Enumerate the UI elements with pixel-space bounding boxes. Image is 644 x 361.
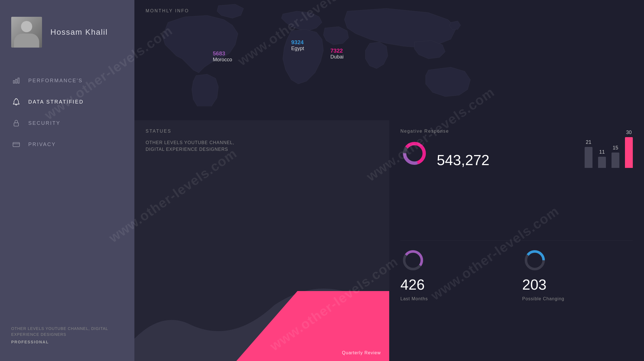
bar-rect-3 <box>612 153 619 168</box>
sidebar-item-security[interactable]: SECURITY <box>11 118 123 128</box>
svg-rect-1 <box>16 79 17 83</box>
main-content: MONTHLY INFO <box>134 0 644 361</box>
footer-role: PROFESSIONAL <box>11 340 123 344</box>
egypt-value: 9324 <box>291 39 304 46</box>
world-map <box>134 0 644 106</box>
bar-label-2: 11 <box>599 149 605 155</box>
negative-response-top: Negative Response 543,272 <box>400 129 633 241</box>
negative-response-bottom: 426 Last Months 203 Possible Changing <box>400 241 633 353</box>
morocco-name: Morocco <box>213 57 232 63</box>
negative-big-number: 543,272 <box>437 152 489 168</box>
bar-col-4: 30 <box>625 130 633 168</box>
possible-changing-donut <box>522 248 547 273</box>
sidebar-item-privacy-label: PRIVACY <box>28 142 56 147</box>
statues-section-label: STATUES <box>146 129 378 134</box>
stat-last-months: 426 Last Months <box>400 248 511 301</box>
last-months-label: Last Months <box>400 296 428 301</box>
bar-col-3: 15 <box>612 145 619 168</box>
quarterly-label: Quarterly Review <box>342 350 381 355</box>
morocco-value: 5683 <box>213 50 225 57</box>
statues-section: STATUES OTHER LEVELS YOUTUBE CHANNEL, DI… <box>134 120 389 361</box>
sidebar-footer: OTHER LEVELS YOUTUBE CHANNEL, DIGITAL EX… <box>11 315 123 344</box>
sidebar-item-data[interactable]: DATA STRATIFIED <box>11 97 123 107</box>
dubai-value: 7322 <box>330 48 343 54</box>
map-pin-egypt: 9324 Egypt <box>291 39 304 51</box>
negative-response-title: Negative Response <box>400 129 576 134</box>
negative-number: 543,272 <box>437 143 489 168</box>
bar-rect-1 <box>585 147 592 168</box>
stat-possible-changing: 203 Possible Changing <box>522 248 633 301</box>
dubai-name: Dubai <box>330 54 344 60</box>
egypt-name: Egypt <box>291 46 304 51</box>
negative-donut-chart <box>400 139 428 168</box>
sidebar-item-privacy[interactable]: PRIVACY <box>11 139 123 149</box>
user-name: Hossam Khalil <box>50 28 108 37</box>
svg-rect-0 <box>13 81 15 83</box>
bar-rect-2 <box>598 157 606 168</box>
svg-rect-2 <box>18 78 19 83</box>
sidebar-item-performances-label: PERFORMANCE'S <box>28 78 83 84</box>
statues-content: OTHER LEVELS YOUTUBE CHANNEL, DIGITAL EX… <box>146 139 378 153</box>
bell-icon <box>11 97 21 107</box>
possible-changing-label: Possible Changing <box>522 296 564 301</box>
map-pin-morocco: 5683 Morocco <box>213 50 232 63</box>
svg-rect-4 <box>13 142 19 147</box>
chart-icon <box>11 76 21 86</box>
sidebar-item-performances[interactable]: PERFORMANCE'S <box>11 76 123 86</box>
negative-response-section: Negative Response 543,272 <box>389 120 644 361</box>
bar-col-2: 11 <box>598 149 606 168</box>
map-section: MONTHLY INFO <box>134 0 644 120</box>
bar-rect-4 <box>625 137 633 168</box>
nav-menu: PERFORMANCE'S DATA STRATIFIED SECURITY P… <box>11 76 123 315</box>
sidebar-item-security-label: SECURITY <box>28 120 60 126</box>
user-profile: Hossam Khalil <box>11 17 123 48</box>
card-icon <box>11 139 21 149</box>
lock-icon <box>11 118 21 128</box>
map-pin-dubai: 7322 Dubai <box>330 48 344 60</box>
bar-label-1: 21 <box>586 139 591 145</box>
avatar <box>11 17 42 48</box>
last-months-number: 426 <box>400 276 425 293</box>
sidebar: Hossam Khalil PERFORMANCE'S DATA STRATIF… <box>0 0 134 361</box>
bar-label-4: 30 <box>626 130 632 135</box>
bar-label-3: 15 <box>613 145 618 151</box>
sidebar-item-data-label: DATA STRATIFIED <box>28 99 84 105</box>
last-months-donut <box>400 248 426 273</box>
bar-col-1: 21 <box>585 139 592 168</box>
possible-changing-number: 203 <box>522 276 547 293</box>
statues-description: OTHER LEVELS YOUTUBE CHANNEL, DIGITAL EX… <box>146 139 252 153</box>
svg-rect-3 <box>14 123 18 126</box>
footer-description: OTHER LEVELS YOUTUBE CHANNEL, DIGITAL EX… <box>11 326 123 337</box>
bar-chart: 21 11 15 30 <box>585 134 633 168</box>
